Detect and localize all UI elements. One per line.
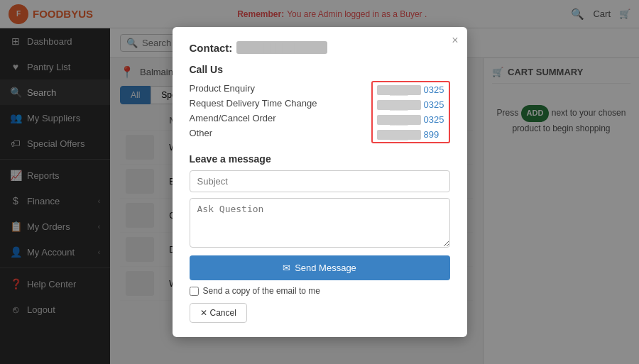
send-message-button[interactable]: ✉ Send Message [190,255,450,280]
copy-email-checkbox[interactable] [190,287,199,296]
phone-blurred-3: ███ [377,115,421,125]
contact-modal: × Contact: ████████ Call Us Product Enqu… [173,27,467,337]
phone-label-other: Other [190,126,372,140]
cancel-button[interactable]: ✕ Cancel [190,303,247,323]
cancel-icon: ✕ [200,308,207,318]
modal-title-label: Contact: [190,42,233,54]
phone-label-enquiry: Product Enquiry [190,81,372,96]
phone-label-delivery: Request Delivery Time Change [190,96,372,111]
modal-overlay: × Contact: ████████ Call Us Product Enqu… [0,0,639,364]
send-button-label: Send Message [295,263,356,273]
phone-number-enquiry: 0325 [424,84,444,95]
copy-email-row: Send a copy of the email to me [190,286,450,296]
phone-row-delivery: ███ 0325 [377,97,444,112]
question-textarea[interactable] [190,198,450,248]
phone-labels: Product Enquiry Request Delivery Time Ch… [190,81,372,143]
modal-supplier-name: ████████ [236,41,327,54]
phone-row-other: ███ 899 [377,127,444,142]
leave-message-title: Leave a message [190,153,450,165]
phone-label-amend: Amend/Cancel Order [190,111,372,126]
modal-close-button[interactable]: × [452,34,458,47]
phone-number-amend: 0325 [424,114,444,125]
phone-blurred-4: ███ [377,130,421,140]
call-us-title: Call Us [190,64,450,75]
phone-highlight-box: ███ 0325 ███ 0325 ███ 0325 ███ 899 [371,81,449,143]
modal-title: Contact: ████████ [190,41,450,54]
phone-number-other: 899 [424,129,439,140]
phone-blurred-1: ███ [377,85,421,95]
send-icon: ✉ [283,263,290,273]
copy-email-label: Send a copy of the email to me [203,286,320,296]
subject-input[interactable] [190,170,450,192]
phone-number-delivery: 0325 [424,99,444,110]
phone-row-amend: ███ 0325 [377,112,444,127]
cancel-label: Cancel [210,308,236,318]
phone-blurred-2: ███ [377,100,421,110]
phone-row-enquiry: ███ 0325 [377,82,444,97]
